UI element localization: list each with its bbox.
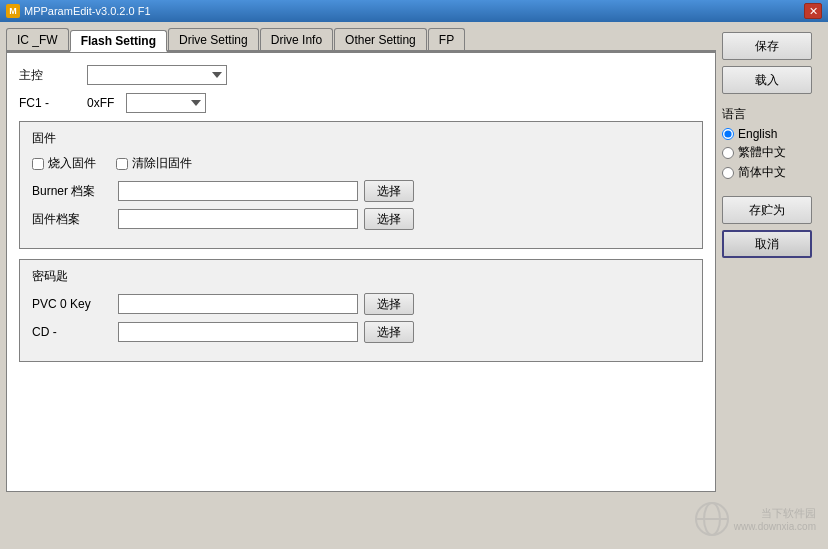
main-ctrl-label: 主控 — [19, 67, 79, 84]
title-bar-text: MPParamEdit-v3.0.2.0 F1 — [24, 5, 800, 17]
tab-other-setting[interactable]: Other Setting — [334, 28, 427, 50]
watermark-url: www.downxia.com — [734, 521, 816, 532]
content-area: 主控 FC1 - 0xFF 固件 烧入固件 — [6, 52, 716, 492]
main-ctrl-dropdown[interactable] — [87, 65, 227, 85]
cd-select-button[interactable]: 选择 — [364, 321, 414, 343]
tab-flash-setting[interactable]: Flash Setting — [70, 30, 167, 52]
watermark-logo-icon — [694, 501, 730, 537]
password-title: 密码匙 — [32, 268, 690, 285]
clear-old-firmware-label: 清除旧固件 — [132, 155, 192, 172]
lang-simplified-chinese-label: 简体中文 — [738, 164, 786, 181]
tab-bar: IC _FW Flash Setting Drive Setting Drive… — [6, 28, 716, 52]
burner-file-label: Burner 档案 — [32, 183, 112, 200]
cancel-button[interactable]: 取消 — [722, 230, 812, 258]
lang-traditional-chinese-item: 繁體中文 — [722, 144, 822, 161]
language-label: 语言 — [722, 106, 822, 123]
firmware-title: 固件 — [32, 130, 690, 147]
cd-input[interactable] — [118, 322, 358, 342]
main-container: IC _FW Flash Setting Drive Setting Drive… — [0, 22, 828, 549]
clear-old-firmware-checkbox[interactable] — [116, 158, 128, 170]
password-section: 密码匙 PVC 0 Key 选择 CD - 选择 — [19, 259, 703, 362]
lang-traditional-chinese-label: 繁體中文 — [738, 144, 786, 161]
burner-file-row: Burner 档案 选择 — [32, 180, 690, 202]
firmware-checkbox-row: 烧入固件 清除旧固件 — [32, 155, 690, 172]
app-icon: M — [6, 4, 20, 18]
burn-firmware-checkbox[interactable] — [32, 158, 44, 170]
tab-fp[interactable]: FP — [428, 28, 465, 50]
right-panel: 保存 载入 语言 English 繁體中文 简体中文 存贮为 取消 — [722, 28, 822, 543]
pvc0-key-row: PVC 0 Key 选择 — [32, 293, 690, 315]
firmware-file-row: 固件档案 选择 — [32, 208, 690, 230]
clear-old-firmware-item: 清除旧固件 — [116, 155, 192, 172]
pvc0-key-input[interactable] — [118, 294, 358, 314]
watermark: 当下软件园 www.downxia.com — [694, 501, 816, 537]
lang-english-item: English — [722, 127, 822, 141]
lang-simplified-chinese-item: 简体中文 — [722, 164, 822, 181]
burner-file-input[interactable] — [118, 181, 358, 201]
title-bar: M MPParamEdit-v3.0.2.0 F1 ✕ — [0, 0, 828, 22]
lang-english-label: English — [738, 127, 777, 141]
load-button[interactable]: 载入 — [722, 66, 812, 94]
fc1-label: FC1 - — [19, 96, 79, 110]
burn-firmware-item: 烧入固件 — [32, 155, 96, 172]
fc1-row: FC1 - 0xFF — [19, 93, 703, 113]
watermark-site: 当下软件园 — [734, 506, 816, 521]
firmware-file-select-button[interactable]: 选择 — [364, 208, 414, 230]
firmware-file-label: 固件档案 — [32, 211, 112, 228]
save-button[interactable]: 保存 — [722, 32, 812, 60]
cd-row: CD - 选择 — [32, 321, 690, 343]
language-section: 语言 English 繁體中文 简体中文 — [722, 106, 822, 184]
burner-file-select-button[interactable]: 选择 — [364, 180, 414, 202]
tab-ic-fw[interactable]: IC _FW — [6, 28, 69, 50]
lang-simplified-chinese-radio[interactable] — [722, 167, 734, 179]
firmware-file-input[interactable] — [118, 209, 358, 229]
lang-english-radio[interactable] — [722, 128, 734, 140]
tab-drive-info[interactable]: Drive Info — [260, 28, 333, 50]
tab-drive-setting[interactable]: Drive Setting — [168, 28, 259, 50]
main-ctrl-row: 主控 — [19, 65, 703, 85]
cd-label: CD - — [32, 325, 112, 339]
save-as-button[interactable]: 存贮为 — [722, 196, 812, 224]
pvc0-key-label: PVC 0 Key — [32, 297, 112, 311]
left-panel: IC _FW Flash Setting Drive Setting Drive… — [6, 28, 716, 543]
fc1-dropdown[interactable] — [126, 93, 206, 113]
firmware-section: 固件 烧入固件 清除旧固件 Burner 档案 选择 — [19, 121, 703, 249]
pvc0-key-select-button[interactable]: 选择 — [364, 293, 414, 315]
burn-firmware-label: 烧入固件 — [48, 155, 96, 172]
fc1-value: 0xFF — [87, 96, 114, 110]
close-button[interactable]: ✕ — [804, 3, 822, 19]
lang-traditional-chinese-radio[interactable] — [722, 147, 734, 159]
